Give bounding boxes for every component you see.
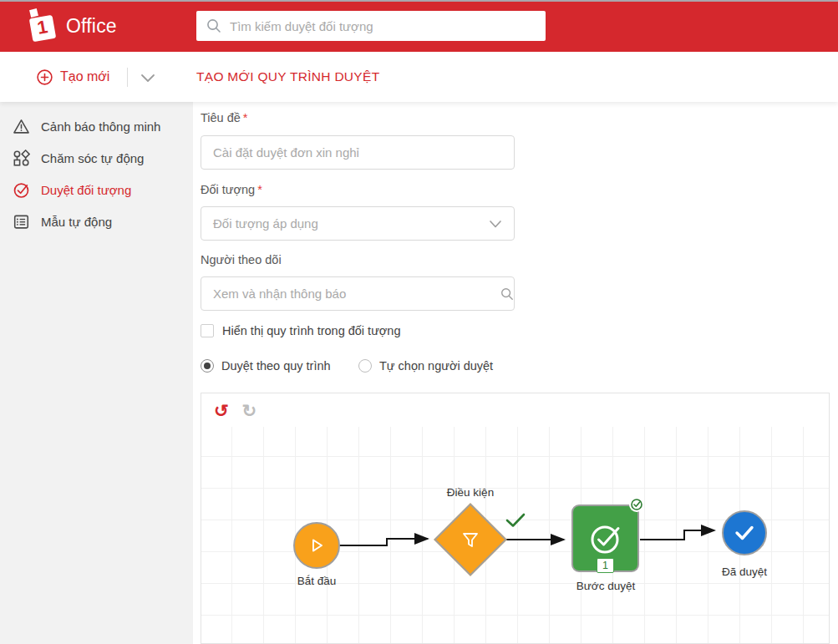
sidebar-item-label: Cảnh báo thông minh: [41, 119, 160, 134]
magnifier-icon: [206, 18, 221, 33]
object-label: Đối tượng*: [201, 183, 262, 196]
node-approved-label: Đã duyệt: [698, 565, 790, 578]
node-approved[interactable]: [722, 510, 767, 555]
redo-icon[interactable]: ↻: [242, 402, 257, 419]
green-check-icon: [505, 512, 526, 529]
page-title: TẠO MỚI QUY TRÌNH DUYỆT: [196, 52, 379, 102]
radio-by-process-label: Duyệt theo quy trình: [221, 359, 331, 373]
automation-flow-icon: [13, 150, 30, 167]
chevron-down-icon: [139, 70, 157, 85]
radio-manual[interactable]: [358, 359, 372, 373]
search-input[interactable]: [230, 19, 536, 33]
template-icon: [13, 213, 30, 231]
object-select[interactable]: Đối tượng áp dụng: [201, 206, 515, 241]
step-order-badge: 1: [597, 558, 614, 573]
radio-manual-label: Tự chọn người duyệt: [379, 359, 493, 373]
sidebar: Cảnh báo thông minh Chăm sóc tự động Duy…: [0, 102, 193, 644]
check-icon: [734, 524, 755, 542]
app-header: 1 Office: [0, 0, 838, 52]
window-top-edge: [0, 0, 838, 2]
sidebar-item-label: Duyệt đối tượng: [41, 183, 131, 197]
object-select-placeholder: Đối tượng áp dụng: [213, 216, 318, 231]
sidebar-item-auto-template[interactable]: Mẫu tự động: [0, 205, 193, 237]
action-bar: Tạo mới TẠO MỚI QUY TRÌNH DUYỆT: [0, 52, 838, 102]
main-content: Tiêu đề* Đối tượng* Đối tượng áp dụng Ng…: [193, 102, 838, 644]
warning-triangle-icon: [13, 118, 30, 135]
verified-check-icon[interactable]: [629, 497, 644, 512]
title-input[interactable]: [201, 135, 515, 170]
node-condition-label: Điều kiện: [424, 486, 516, 499]
sidebar-item-object-approval[interactable]: Duyệt đối tượng: [0, 174, 193, 205]
plus-circle-icon: [37, 69, 53, 85]
global-search[interactable]: [196, 11, 546, 41]
show-in-object-checkbox[interactable]: [201, 324, 214, 337]
sidebar-item-auto-care[interactable]: Chăm sóc tự động: [0, 142, 193, 174]
canvas-toolbar: ↺ ↻: [201, 393, 829, 427]
node-start[interactable]: [293, 522, 340, 569]
title-label: Tiêu đề*: [201, 111, 247, 124]
follower-input[interactable]: [201, 276, 515, 311]
create-new-button[interactable]: Tạo mới: [37, 52, 109, 102]
follower-label: Người theo dõi: [201, 253, 282, 266]
canvas-grid[interactable]: Bắt đầu Điều kiện: [201, 427, 829, 643]
sidebar-item-label: Mẫu tự động: [41, 215, 112, 229]
workflow-canvas: ↺ ↻ Bắt đầu Điều k: [201, 393, 830, 644]
create-new-label: Tạo mới: [60, 69, 109, 84]
chevron-down-icon: [489, 219, 502, 229]
sidebar-item-smart-alerts[interactable]: Cảnh báo thông minh: [0, 110, 193, 142]
edge-step-to-approved: [640, 530, 714, 540]
radio-by-process-row: Duyệt theo quy trình: [201, 359, 331, 373]
show-in-object-row: Hiển thị quy trình trong đối tượng: [201, 324, 400, 337]
radio-manual-row: Tự chọn người duyệt: [358, 359, 493, 373]
undo-icon[interactable]: ↺: [214, 402, 229, 419]
edge-start-to-condition: [339, 539, 428, 545]
show-in-object-label: Hiển thị quy trình trong đối tượng: [222, 324, 400, 337]
logo-text: Office: [66, 15, 117, 38]
divider: [127, 68, 128, 87]
app-logo[interactable]: 1 Office: [28, 11, 117, 41]
sidebar-item-label: Chăm sóc tự động: [41, 151, 144, 165]
check-circle-icon: [13, 181, 30, 199]
create-dropdown-button[interactable]: [139, 70, 157, 85]
play-icon: [307, 536, 326, 555]
node-approval-step-label: Bước duyệt: [560, 580, 652, 592]
logo-mark-icon: 1: [28, 11, 58, 41]
radio-by-process[interactable]: [201, 359, 214, 373]
node-start-label: Bắt đầu: [271, 575, 363, 587]
filter-icon: [460, 530, 480, 550]
check-circle-icon: [587, 520, 624, 557]
